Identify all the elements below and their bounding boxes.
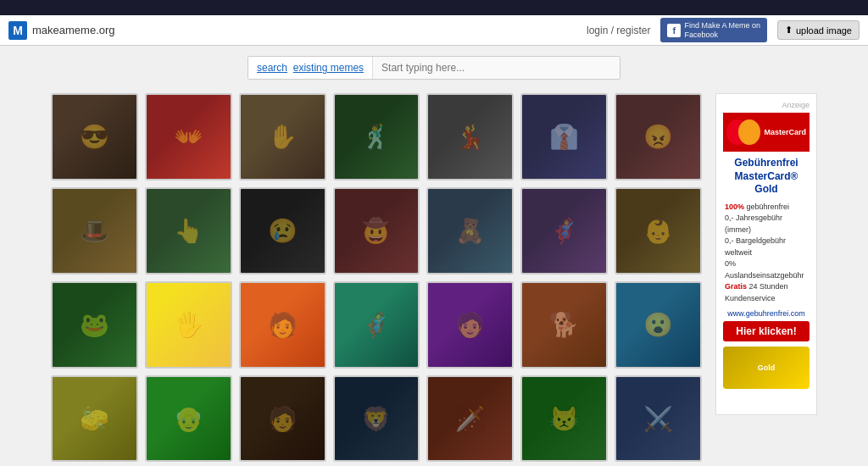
meme-thumbnail[interactable]: 💃	[426, 93, 514, 180]
meme-thumbnail[interactable]: 🧑	[239, 281, 326, 369]
meme-image: 🦁	[335, 377, 419, 461]
ad-feature-4: 0% Auslandseinsatzgebühr	[725, 258, 808, 281]
meme-icon: 🧑	[455, 311, 485, 339]
ad-cta-button[interactable]: Hier klicken!	[723, 321, 810, 341]
meme-icon: 😎	[80, 123, 109, 151]
meme-thumbnail[interactable]: 👶	[615, 187, 702, 275]
mastercard-text: MasterCard	[764, 128, 806, 136]
site-name: makeameme.org	[32, 24, 115, 36]
meme-grid: 😎👐✋🕺💃👔😠🎩👆😢🤠🧸🦸👶🐸🖐🧑🦸🧑🐕😮🧽👴🧑🦁🗡️😾⚔️	[51, 88, 702, 466]
meme-thumbnail[interactable]: 🗡️	[426, 375, 514, 463]
browser-topbar	[0, 0, 868, 15]
meme-icon: 😠	[643, 123, 673, 151]
ad-website: www.gebuhrenfrei.com	[727, 309, 805, 318]
meme-image: 👆	[147, 189, 231, 273]
meme-thumbnail[interactable]: 🐕	[520, 281, 608, 369]
meme-image: 👴	[147, 377, 231, 461]
meme-image: 😢	[241, 189, 325, 273]
meme-thumbnail[interactable]: 👐	[145, 93, 232, 180]
meme-icon: 🗡️	[455, 405, 485, 433]
meme-thumbnail[interactable]: 🕺	[333, 93, 420, 180]
meme-thumbnail[interactable]: 🧑	[426, 281, 514, 369]
meme-thumbnail[interactable]: 🧑	[239, 375, 326, 463]
search-bar: search existing memes	[0, 46, 868, 88]
search-input[interactable]	[373, 57, 620, 79]
meme-thumbnail[interactable]: 🧸	[426, 187, 514, 275]
meme-thumbnail[interactable]: 🐸	[51, 281, 138, 369]
ad-feature-2: 0,- Jahresgebühr (immer)	[725, 213, 808, 236]
meme-image: 👔	[522, 95, 606, 179]
meme-icon: 👔	[549, 123, 579, 151]
meme-icon: 👶	[643, 217, 673, 245]
meme-thumbnail[interactable]: 🖐	[145, 281, 232, 369]
meme-icon: 🦁	[361, 405, 391, 433]
ad-label: Anzeige	[723, 101, 810, 109]
search-container: search existing memes	[248, 56, 620, 80]
meme-icon: 🕺	[361, 123, 391, 151]
meme-thumbnail[interactable]: 👔	[520, 93, 608, 180]
ad-feature-4-text: Auslandseinsatzgebühr	[725, 271, 804, 280]
meme-thumbnail[interactable]: 👴	[145, 375, 232, 463]
meme-image: 😾	[522, 377, 606, 461]
meme-icon: 🦸	[361, 311, 391, 339]
ad-box: Anzeige MasterCard GebührenfreiMasterCar…	[715, 93, 817, 415]
meme-icon: 💃	[455, 123, 485, 151]
meme-image: 🤠	[335, 189, 419, 273]
meme-icon: 👴	[174, 405, 203, 433]
meme-icon: 🧑	[268, 311, 298, 339]
meme-icon: 🖐	[174, 311, 203, 339]
meme-image: 🧑	[241, 283, 325, 367]
meme-thumbnail[interactable]: 🦁	[333, 375, 420, 463]
meme-thumbnail[interactable]: 😠	[615, 93, 702, 180]
meme-image: 🧑	[428, 283, 512, 367]
meme-thumbnail[interactable]: 😮	[615, 281, 702, 369]
meme-thumbnail[interactable]: 😾	[520, 375, 608, 463]
meme-thumbnail[interactable]: 🧽	[51, 375, 138, 463]
meme-thumbnail[interactable]: 🤠	[333, 187, 420, 275]
meme-thumbnail[interactable]: 🦸	[520, 187, 608, 275]
meme-thumbnail[interactable]: 😢	[239, 187, 326, 275]
meme-image: 😠	[616, 95, 700, 179]
meme-icon: 👆	[174, 217, 203, 245]
meme-image: ⚔️	[616, 377, 700, 461]
facebook-label: Find Make A Meme onFacebook	[684, 21, 760, 40]
meme-thumbnail[interactable]: 🦸	[333, 281, 420, 369]
meme-image: 😮	[616, 283, 700, 367]
ad-feature-3: 0,- Bargeldgebühr weltweit	[725, 236, 808, 258]
facebook-icon: f	[667, 24, 681, 37]
meme-icon: 😾	[549, 405, 579, 433]
ad-features: 100% gebührenfrei 0,- Jahresgebühr (imme…	[723, 202, 810, 305]
mc-circle-right	[738, 119, 760, 145]
navbar: M makeameme.org login / register f Find …	[0, 15, 868, 46]
meme-thumbnail[interactable]: ⚔️	[615, 375, 702, 463]
meme-image: 🧽	[53, 377, 136, 461]
meme-icon: 😮	[643, 311, 673, 339]
login-register-link[interactable]: login / register	[587, 25, 650, 36]
meme-image: 🧑	[241, 377, 325, 461]
search-label: search existing memes	[248, 57, 373, 79]
ad-sidebar: Anzeige MasterCard GebührenfreiMasterCar…	[715, 88, 817, 466]
meme-image: 👶	[616, 189, 700, 273]
meme-image: 🗡️	[428, 377, 512, 461]
ad-headline: GebührenfreiMasterCard®Gold	[734, 157, 798, 197]
existing-memes-link[interactable]: existing memes	[293, 62, 364, 74]
facebook-button[interactable]: f Find Make A Meme onFacebook	[660, 18, 767, 43]
meme-thumbnail[interactable]: 👆	[145, 187, 232, 275]
upload-button[interactable]: ⬆ upload image	[777, 20, 860, 40]
meme-thumbnail[interactable]: ✋	[239, 93, 326, 180]
meme-image: 😎	[53, 95, 136, 179]
meme-thumbnail[interactable]: 🎩	[51, 187, 138, 275]
meme-icon: 🧑	[268, 405, 298, 433]
meme-image: 🦸	[335, 283, 419, 367]
meme-icon: ✋	[268, 123, 298, 151]
upload-label: upload image	[796, 25, 852, 36]
meme-image: 🐕	[522, 283, 606, 367]
meme-image: 🐸	[53, 283, 136, 367]
meme-icon: 🐕	[549, 311, 579, 339]
meme-image: 💃	[428, 95, 512, 179]
meme-icon: 🧸	[455, 217, 485, 245]
meme-image: 🧸	[428, 189, 512, 273]
meme-thumbnail[interactable]: 😎	[51, 93, 138, 180]
meme-image: 🕺	[335, 95, 419, 179]
mastercard-logo: MasterCard	[723, 113, 810, 152]
